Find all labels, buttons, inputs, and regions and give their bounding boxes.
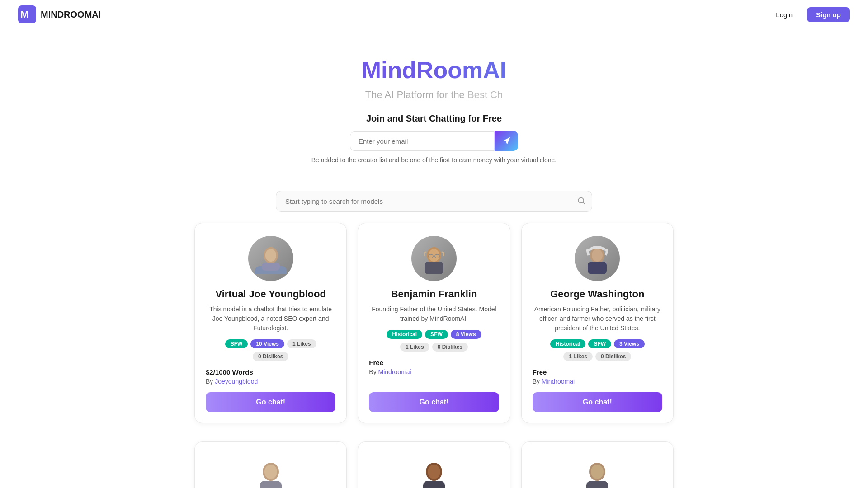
- card-joe-name: Virtual Joe Youngblood: [215, 288, 326, 300]
- svg-rect-7: [262, 263, 280, 271]
- bottom-card-2: [358, 441, 510, 488]
- svg-rect-16: [588, 262, 607, 274]
- card-joe-desc: This model is a chatbot that tries to em…: [206, 305, 335, 333]
- logo: M MINDROOMAI: [18, 5, 101, 23]
- tag-likes-ben: 1 Likes: [400, 343, 429, 352]
- bottom-card-3: [521, 441, 674, 488]
- card-geo-price: Free: [533, 368, 547, 376]
- tag-likes-geo: 1 Likes: [563, 352, 593, 361]
- card-ben-desc: Founding Father of the United States. Mo…: [369, 305, 499, 324]
- card-joe-by: By Joeyoungblood: [206, 378, 258, 385]
- avatar-ben: [411, 236, 457, 281]
- tag-historical-ben: Historical: [387, 330, 422, 339]
- hero-subtitle-start: The AI Platform for the: [365, 89, 467, 100]
- card-geo-by: By Mindroomai: [533, 378, 575, 385]
- logo-icon: M: [18, 5, 36, 23]
- avatar-joe: [248, 236, 293, 281]
- tag-views: 10 Views: [250, 339, 284, 348]
- card-joe-tags: SFW 10 Views 1 Likes: [225, 339, 316, 348]
- search-input[interactable]: [276, 191, 592, 212]
- svg-point-2: [578, 197, 584, 203]
- hero-subtitle-highlight: Best Ch: [467, 89, 503, 100]
- hero-section: MindRoomAI The AI Platform for the Best …: [0, 29, 868, 177]
- email-row: [9, 131, 859, 151]
- card-ben-price: Free: [369, 359, 383, 366]
- navbar: M MINDROOMAI Login Sign up: [0, 0, 868, 29]
- tag-sfw-geo: SFW: [588, 339, 611, 348]
- cards-grid: Virtual Joe Youngblood This model is a c…: [185, 223, 683, 441]
- card-ben: Benjamin Franklin Founding Father of the…: [358, 223, 510, 423]
- tag-dislikes-geo: 0 Dislikes: [595, 352, 631, 361]
- card-joe-tags2: 0 Dislikes: [253, 352, 288, 361]
- svg-point-6: [265, 249, 276, 262]
- avatar-geo: [575, 236, 620, 281]
- by-label-geo: By: [533, 378, 542, 385]
- by-label: By: [206, 378, 215, 385]
- tag-dislikes: 0 Dislikes: [253, 352, 288, 361]
- by-link-joe[interactable]: Joeyoungblood: [215, 378, 258, 385]
- svg-line-3: [583, 202, 585, 204]
- svg-point-24: [591, 465, 604, 479]
- search-area: [267, 191, 601, 212]
- by-link-ben[interactable]: Mindroomai: [378, 368, 411, 375]
- card-joe: Virtual Joe Youngblood This model is a c…: [194, 223, 347, 423]
- hero-title: MindRoomAI: [9, 56, 859, 84]
- svg-rect-19: [260, 481, 282, 488]
- svg-point-15: [592, 249, 603, 262]
- card-geo-tags2: 1 Likes 0 Dislikes: [563, 352, 631, 361]
- tag-historical-geo: Historical: [550, 339, 586, 348]
- bottom-card-1: [194, 441, 347, 488]
- card-joe-price: $2/1000 Words: [206, 368, 253, 376]
- svg-point-9: [429, 249, 439, 262]
- logo-text: MINDROOMAI: [41, 9, 101, 20]
- email-submit-button[interactable]: [495, 131, 518, 151]
- svg-point-18: [264, 465, 277, 479]
- svg-rect-10: [425, 262, 443, 274]
- by-label-ben: By: [369, 368, 378, 375]
- submit-icon: [502, 136, 511, 145]
- signup-button[interactable]: Sign up: [807, 7, 850, 22]
- nav-right: Login Sign up: [769, 7, 850, 22]
- card-ben-tags: Historical SFW 8 Views: [387, 330, 481, 339]
- svg-rect-25: [586, 481, 608, 488]
- hero-subtitle: The AI Platform for the Best Ch: [9, 89, 859, 101]
- card-geo-desc: American Founding Father, politician, mi…: [533, 305, 662, 333]
- by-link-geo[interactable]: Mindroomai: [542, 378, 575, 385]
- hero-cta: Join and Start Chatting for Free: [9, 113, 859, 124]
- tag-views-ben: 8 Views: [451, 330, 481, 339]
- tag-sfw-ben: SFW: [425, 330, 448, 339]
- tag-likes: 1 Likes: [287, 339, 316, 348]
- card-geo-name: George Washington: [550, 288, 644, 300]
- svg-text:M: M: [20, 9, 28, 20]
- gochat-button-ben[interactable]: Go chat!: [369, 392, 499, 412]
- gochat-button-geo[interactable]: Go chat!: [533, 392, 662, 412]
- gochat-button-joe[interactable]: Go chat!: [206, 392, 335, 412]
- svg-rect-22: [423, 481, 445, 488]
- svg-point-21: [428, 465, 440, 479]
- card-ben-tags2: 1 Likes 0 Dislikes: [400, 343, 468, 352]
- login-button[interactable]: Login: [769, 7, 800, 22]
- hero-note: Be added to the creator list and be one …: [9, 156, 859, 164]
- tag-sfw: SFW: [225, 339, 248, 348]
- email-input[interactable]: [350, 131, 495, 151]
- tag-dislikes-ben: 0 Dislikes: [432, 343, 468, 352]
- card-ben-name: Benjamin Franklin: [391, 288, 477, 300]
- card-geo-tags: Historical SFW 3 Views: [550, 339, 645, 348]
- bottom-cards-row: [185, 441, 683, 488]
- card-ben-by: By Mindroomai: [369, 368, 411, 375]
- search-icon: [577, 196, 586, 207]
- card-geo: George Washington American Founding Fath…: [521, 223, 674, 423]
- tag-views-geo: 3 Views: [614, 339, 645, 348]
